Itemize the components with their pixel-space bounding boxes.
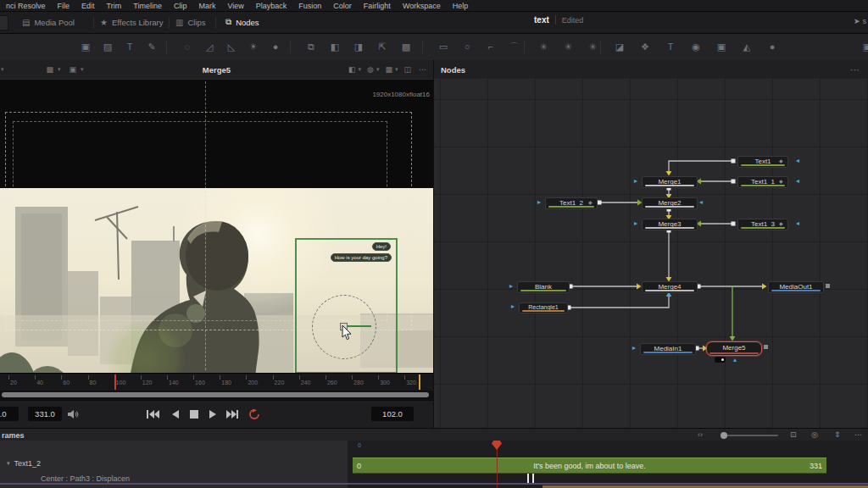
keyframes-zoom-slider[interactable] [721,435,778,436]
effects-library-button[interactable]: ★Effects Library [100,14,164,30]
fastnoise-tool-icon[interactable]: ▨ [100,40,115,53]
grid-icon[interactable]: ▦ [385,65,392,74]
colorcorrector-tool-icon[interactable]: ◌ [180,40,195,53]
menu-item-workspace[interactable]: Workspace [397,2,447,10]
brightness-contrast-tool-icon[interactable]: ☀ [246,40,261,53]
text3d-tool-icon[interactable]: T [663,40,678,53]
node-merge4[interactable]: Merge4 [642,281,698,293]
node-merge5[interactable]: Merge5 [706,341,762,356]
sort-icon[interactable]: ⇕ [834,430,841,439]
right-partial-tool-icon[interactable]: ▣ [860,40,868,53]
tools-separator [422,41,423,53]
resize-tool-icon[interactable]: ⇱ [375,40,390,53]
menu-item-color[interactable]: Color [327,2,358,10]
tree-item-center-path[interactable]: Center : Path3 : Displacen [41,474,130,483]
menu-item-fairlight[interactable]: Fairlight [358,2,397,10]
menu-item-edit[interactable]: Edit [75,2,101,10]
keyframes-menu-icon[interactable]: ⋯ [854,430,862,439]
rectangle-mask-icon[interactable]: ▭ [436,40,451,53]
node-merge1[interactable]: Merge1 [642,176,698,188]
range-start-field[interactable]: 0.0 [0,407,19,421]
dissolve-tool-icon[interactable]: ◧ [327,40,342,53]
audio-mute-icon[interactable] [68,409,80,419]
channelbooleans-tool-icon[interactable]: ▩ [398,40,414,53]
keyframe-tick[interactable] [527,474,529,483]
chevron-down-icon[interactable]: ▾ [359,66,362,73]
menu-item-clip[interactable]: Clip [168,2,193,10]
ruler-tick-label: 280 [353,380,364,385]
shape3d-tool-icon[interactable]: ❖ [637,40,653,53]
planar-tracker-tool-icon[interactable]: ✳ [560,40,576,53]
mattecontrol-tool-icon[interactable]: ◨ [351,40,366,53]
blur-tool-icon[interactable]: ● [268,40,283,53]
play-reverse-button[interactable] [170,409,186,420]
menu-item-mark[interactable]: Mark [192,2,221,10]
current-frame-field[interactable]: 102.0 [371,407,414,421]
loop-button[interactable] [248,409,263,420]
node-blank[interactable]: Blank [517,281,570,293]
zoom-icon[interactable]: ◎ [811,430,818,439]
menu-item-nci-resolve[interactable]: nci Resolve [0,2,52,10]
chevron-down-icon[interactable]: ▾ [7,460,10,467]
viewer-timeline-ruler[interactable]: 2040608010012014016018020022024026028030… [0,373,433,391]
toolbar-separator [169,17,170,28]
play-button[interactable] [208,409,223,420]
layout-icon[interactable]: ◧ [348,65,356,74]
menu-item-fusion[interactable]: Fusion [292,2,327,10]
chevron-down-icon[interactable]: ▾ [395,66,398,73]
viewer-scrollbar-thumb[interactable] [2,392,429,397]
bspline-mask-icon[interactable]: ⌒ [507,40,522,53]
imageplane3d-tool-icon[interactable]: ◪ [612,40,627,53]
ellipse-mask-icon[interactable]: ○ [459,40,475,53]
collab-user-icon[interactable]: ➤ [854,17,860,25]
huecurves-tool-icon[interactable]: ◺ [224,40,239,53]
viewer-playhead[interactable] [114,374,116,390]
range-end-field[interactable]: 331.0 [28,407,62,421]
camera3d-tool-icon[interactable]: ▣ [714,40,729,53]
fit-icon[interactable]: ⊡ [790,430,797,439]
color-controls-icon[interactable]: ◍ [367,65,374,74]
spotlight-tool-icon[interactable]: ◭ [739,40,754,53]
chevron-down-icon[interactable]: ▾ [376,66,380,73]
menu-item-timeline[interactable]: Timeline [127,2,168,10]
menu-item-trim[interactable]: Trim [101,2,128,10]
keyframe-tick[interactable] [532,474,534,483]
node-adorn [826,283,830,290]
stop-button[interactable] [189,409,204,420]
paint-tool-icon[interactable]: ✎ [144,40,159,53]
nodes-menu-icon[interactable]: ⋯ [850,64,860,75]
textplus-tool-icon[interactable]: T [122,40,137,53]
node-merge3[interactable]: Merge3 [642,219,698,230]
polygon-mask-icon[interactable]: ⌐ [483,40,498,53]
node-rectangle1[interactable]: Rectangle1 [519,302,568,313]
menu-item-help[interactable]: Help [447,2,475,10]
merge-tool-icon[interactable]: ⧉ [303,40,319,53]
node-merge2[interactable]: Merge2 [642,197,698,209]
keyframe-span-bar[interactable]: 0 It's been good, im about to leave. 331 [353,458,826,474]
background-tool-icon[interactable]: ▣ [78,40,93,53]
skip-back-button[interactable] [146,409,161,420]
renderer3d-tool-icon[interactable]: ● [765,40,780,53]
keyframes-playhead-line[interactable] [497,447,498,488]
clips-button[interactable]: ▥Clips [175,14,206,30]
viewer-canvas[interactable]: 1920x1080xfloat16 [0,80,433,373]
menu-item-file[interactable]: File [52,2,76,10]
tree-item-text1-2[interactable]: ▾ Text1_2 [7,459,41,468]
skip-forward-button[interactable] [225,409,240,420]
nodes-button[interactable]: ⧉Nodes [225,14,259,30]
node-mediain1[interactable]: MediaIn1 [640,343,696,355]
left-cut-button[interactable] [0,15,8,30]
node-graph[interactable] [434,79,868,428]
viewer-menu-icon[interactable]: ⋯ [419,65,426,74]
media-pool-button[interactable]: ▤Media Pool [22,14,75,30]
merge3d-tool-icon[interactable]: ◉ [688,40,704,53]
node-underline [741,164,785,166]
node-mediaout1[interactable]: MediaOut1 [768,281,824,293]
split-view-icon[interactable]: ◫ [403,65,411,74]
tracker-tool-icon[interactable]: ✳ [536,40,551,53]
planar-transform-tool-icon[interactable]: ✳ [585,40,600,53]
menu-item-playback[interactable]: Playback [250,2,293,10]
collapse-expand-icon[interactable]: ‹› [698,430,703,439]
colorcurves-tool-icon[interactable]: ◿ [202,40,217,53]
menu-item-view[interactable]: View [221,2,249,10]
